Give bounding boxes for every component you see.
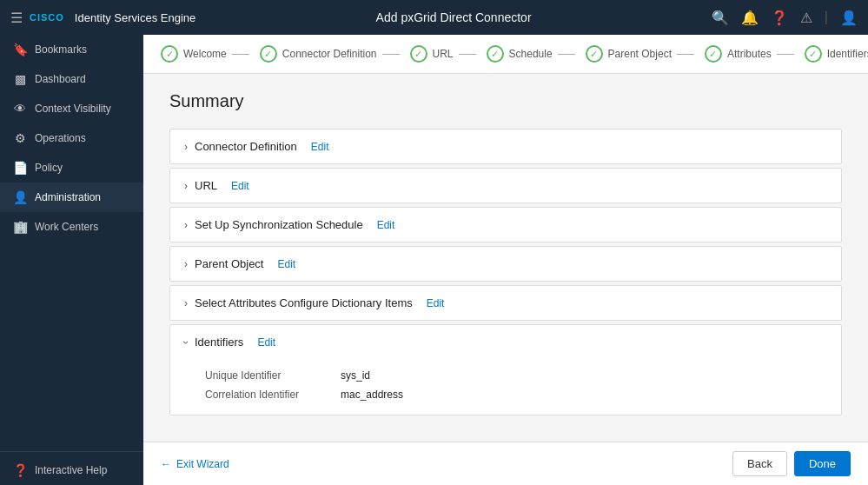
sidebar-label-operations: Operations bbox=[35, 132, 86, 144]
sidebar-label-interactive-help: Interactive Help bbox=[35, 464, 107, 476]
sidebar-item-context-visibility[interactable]: 👁 Context Visibility bbox=[0, 94, 143, 123]
step-identifiers-label: Identifiers bbox=[827, 48, 868, 60]
chevron-sync-icon: › bbox=[184, 219, 188, 231]
section-sync-schedule-title: Set Up Synchronization Schedule bbox=[195, 218, 363, 231]
help-icon[interactable]: ❓ bbox=[771, 10, 788, 26]
policy-icon: 📄 bbox=[12, 161, 28, 175]
step-identifiers-check: ✓ bbox=[805, 45, 822, 63]
edit-parent-object-link[interactable]: Edit bbox=[278, 258, 296, 270]
sidebar-item-administration[interactable]: 👤 Administration bbox=[0, 183, 143, 212]
app-title: Identity Services Engine bbox=[75, 11, 195, 24]
chevron-connector-icon: › bbox=[184, 141, 188, 153]
step-url-check: ✓ bbox=[410, 45, 427, 63]
step-parent-check: ✓ bbox=[586, 45, 603, 63]
chevron-attributes-icon: › bbox=[184, 297, 188, 309]
exit-wizard-label: Exit Wizard bbox=[176, 458, 229, 470]
step-url[interactable]: ✓ URL bbox=[377, 45, 454, 63]
exit-wizard-button[interactable]: ← Exit Wizard bbox=[161, 458, 229, 470]
sidebar-item-work-centers[interactable]: 🏢 Work Centers bbox=[0, 212, 143, 242]
administration-icon: 👤 bbox=[12, 190, 28, 204]
section-identifiers-title: Identifiers bbox=[195, 336, 243, 349]
field-row-unique-identifier: Unique Identifier sys_id bbox=[205, 369, 806, 382]
sidebar-item-dashboard[interactable]: ▩ Dashboard bbox=[0, 64, 143, 94]
section-attributes: › Select Attributes Configure Dictionary… bbox=[169, 285, 842, 321]
section-sync-schedule: › Set Up Synchronization Schedule Edit bbox=[169, 207, 842, 242]
content-area: ✓ Welcome ✓ Connector Definition ✓ URL ✓… bbox=[143, 35, 868, 485]
sidebar-bottom: ❓ Interactive Help bbox=[0, 448, 143, 485]
step-parent-object[interactable]: ✓ Parent Object bbox=[553, 45, 672, 63]
step-welcome-check: ✓ bbox=[161, 45, 178, 63]
sidebar-item-interactive-help[interactable]: ❓ Interactive Help bbox=[0, 455, 143, 485]
sidebar-label-context-visibility: Context Visibility bbox=[35, 103, 111, 115]
user-icon[interactable]: 👤 bbox=[840, 10, 858, 26]
nav-actions: 🔍 🔔 ❓ ⚠ | 👤 bbox=[712, 10, 858, 26]
edit-attributes-link[interactable]: Edit bbox=[427, 297, 445, 309]
step-attributes-check: ✓ bbox=[705, 45, 722, 63]
section-sync-schedule-header[interactable]: › Set Up Synchronization Schedule Edit bbox=[170, 208, 841, 242]
cisco-logo: CISCO bbox=[30, 12, 64, 23]
sidebar-item-policy[interactable]: 📄 Policy bbox=[0, 153, 143, 183]
edit-identifiers-link[interactable]: Edit bbox=[257, 336, 275, 349]
cisco-text: CISCO bbox=[30, 12, 64, 23]
sidebar-label-bookmarks: Bookmarks bbox=[35, 43, 87, 56]
sidebar-label-work-centers: Work Centers bbox=[35, 221, 98, 233]
alert-icon[interactable]: ⚠ bbox=[800, 10, 812, 26]
step-attributes-label: Attributes bbox=[727, 48, 772, 60]
step-connector-check: ✓ bbox=[260, 45, 277, 63]
section-parent-object-title: Parent Object bbox=[195, 257, 264, 270]
step-identifiers[interactable]: ✓ Identifiers bbox=[772, 45, 868, 63]
divider: | bbox=[825, 10, 828, 25]
sidebar-label-policy: Policy bbox=[35, 162, 63, 174]
section-url-header[interactable]: › URL Edit bbox=[170, 169, 841, 203]
bookmarks-icon: 🔖 bbox=[12, 43, 28, 56]
dashboard-icon: ▩ bbox=[12, 72, 28, 86]
step-schedule-label: Schedule bbox=[509, 48, 553, 60]
sidebar-item-operations[interactable]: ⚙ Operations bbox=[0, 123, 143, 153]
interactive-help-icon: ❓ bbox=[12, 463, 28, 477]
top-nav: ☰ CISCO Identity Services Engine Add pxG… bbox=[0, 0, 868, 35]
section-attributes-title: Select Attributes Configure Dictionary I… bbox=[195, 296, 413, 309]
hamburger-icon[interactable]: ☰ bbox=[10, 10, 23, 26]
chevron-identifiers-icon: › bbox=[180, 341, 192, 344]
section-url-title: URL bbox=[195, 179, 217, 192]
chevron-url-icon: › bbox=[184, 180, 188, 192]
work-centers-icon: 🏢 bbox=[12, 220, 28, 234]
sidebar-label-dashboard: Dashboard bbox=[35, 73, 86, 85]
section-url: › URL Edit bbox=[169, 168, 842, 203]
unique-identifier-value: sys_id bbox=[341, 369, 370, 382]
section-identifiers-body: Unique Identifier sys_id Correlation Ide… bbox=[170, 359, 841, 415]
page-header-title: Add pxGrid Direct Connector bbox=[195, 10, 712, 24]
section-connector-definition-title: Connector Definition bbox=[195, 140, 297, 153]
step-schedule[interactable]: ✓ Schedule bbox=[454, 45, 553, 63]
step-parent-label: Parent Object bbox=[608, 48, 672, 60]
section-parent-object: › Parent Object Edit bbox=[169, 246, 842, 282]
footer: ← Exit Wizard Back Done bbox=[143, 442, 868, 485]
section-identifiers-header[interactable]: › Identifiers Edit bbox=[170, 325, 841, 359]
section-parent-object-header[interactable]: › Parent Object Edit bbox=[170, 247, 841, 281]
sidebar-item-bookmarks[interactable]: 🔖 Bookmarks bbox=[0, 35, 143, 64]
wizard-steps: ✓ Welcome ✓ Connector Definition ✓ URL ✓… bbox=[143, 35, 868, 74]
section-connector-definition-header[interactable]: › Connector Definition Edit bbox=[170, 130, 841, 163]
step-connector-definition[interactable]: ✓ Connector Definition bbox=[227, 45, 377, 63]
footer-actions: Back Done bbox=[732, 451, 851, 476]
done-button[interactable]: Done bbox=[794, 451, 851, 476]
section-attributes-header[interactable]: › Select Attributes Configure Dictionary… bbox=[170, 286, 841, 320]
operations-icon: ⚙ bbox=[12, 131, 28, 145]
main-content: Summary › Connector Definition Edit › UR… bbox=[143, 74, 868, 442]
back-button[interactable]: Back bbox=[732, 451, 787, 476]
search-icon[interactable]: 🔍 bbox=[712, 10, 729, 26]
chevron-parent-icon: › bbox=[184, 258, 188, 270]
step-welcome[interactable]: ✓ Welcome bbox=[161, 45, 227, 63]
sidebar: 🔖 Bookmarks ▩ Dashboard 👁 Context Visibi… bbox=[0, 35, 143, 485]
bell-icon[interactable]: 🔔 bbox=[741, 10, 759, 26]
step-attributes[interactable]: ✓ Attributes bbox=[672, 45, 772, 63]
exit-wizard-icon: ← bbox=[161, 458, 171, 470]
edit-url-link[interactable]: Edit bbox=[231, 180, 249, 192]
edit-connector-definition-link[interactable]: Edit bbox=[311, 141, 329, 153]
edit-sync-schedule-link[interactable]: Edit bbox=[377, 219, 395, 231]
sidebar-label-administration: Administration bbox=[35, 191, 101, 203]
nav-brand: ☰ CISCO Identity Services Engine bbox=[10, 10, 195, 26]
unique-identifier-label: Unique Identifier bbox=[205, 369, 327, 382]
correlation-identifier-value: mac_address bbox=[341, 389, 403, 401]
step-connector-label: Connector Definition bbox=[282, 48, 377, 60]
